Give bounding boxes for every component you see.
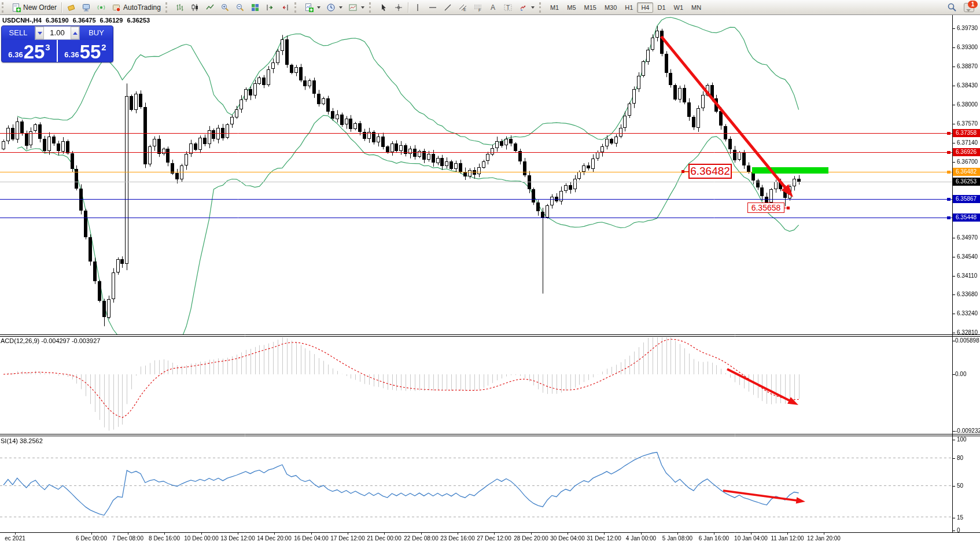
timeframe-button-w1[interactable]: W1	[670, 2, 688, 13]
timeframe-button-h4[interactable]: H4	[637, 2, 653, 13]
svg-text:A: A	[491, 3, 495, 12]
bar-chart-icon	[175, 3, 185, 12]
auto-scroll-icon	[266, 3, 275, 12]
arrows-icon	[518, 3, 528, 12]
new-order-icon	[12, 3, 21, 12]
fibonacci-icon: F	[473, 3, 482, 12]
quote-line: USDCNH-,H4 6.36190 6.36475 6.36129 6.362…	[2, 17, 152, 24]
text-label-button[interactable]: T	[500, 2, 515, 13]
add-indicator-icon	[304, 3, 314, 12]
volume-decrease-button[interactable]	[35, 27, 44, 39]
vertical-line-button[interactable]	[410, 2, 425, 13]
crosshair-icon	[394, 3, 403, 12]
chart-shift-button[interactable]	[278, 2, 293, 13]
zoom-in-icon	[220, 3, 230, 12]
zoom-out-button[interactable]	[233, 2, 248, 13]
terminal-button[interactable]	[79, 2, 94, 13]
buy-price[interactable]: 6.36 55 2	[58, 40, 113, 62]
autotrading-button[interactable]: AutoTrading	[109, 2, 164, 13]
volume-increase-button[interactable]	[71, 27, 79, 39]
trendline-button[interactable]	[440, 2, 455, 13]
one-click-trading-panel: SELL 1.00 BUY 6.36 25 3 6.36 55 2	[1, 25, 113, 62]
volume-spinner: 1.00	[35, 26, 80, 40]
mt4-window: New Order AutoTrading	[0, 0, 980, 545]
resistance-price-annotation[interactable]: 6.36482	[688, 164, 732, 179]
sell-price-sup: 3	[45, 42, 50, 52]
svg-text:T: T	[506, 4, 510, 10]
candlestick-icon	[190, 3, 200, 12]
svg-text:E: E	[463, 8, 466, 12]
macd-indicator-label: ACD(12,26,9) -0.004297 -0.003927	[1, 337, 100, 344]
autotrading-label: AutoTrading	[123, 3, 161, 12]
channel-button[interactable]: E	[455, 2, 470, 13]
template-icon	[348, 3, 358, 12]
search-icon[interactable]	[947, 2, 957, 12]
trendline-icon	[443, 3, 452, 12]
toolbar-grip[interactable]	[2, 2, 7, 13]
chart-bars-button[interactable]	[172, 2, 187, 13]
timeframe-button-m5[interactable]: M5	[563, 2, 580, 13]
templates-dropdown[interactable]	[345, 2, 367, 13]
timeframe-button-m1[interactable]: M1	[546, 2, 563, 13]
chart-line-button[interactable]	[202, 2, 218, 13]
periods-dropdown[interactable]	[323, 2, 345, 13]
fibonacci-button[interactable]: F	[470, 2, 485, 13]
timeframe-button-d1[interactable]: D1	[653, 2, 669, 13]
signal-icon	[97, 3, 106, 12]
chart-canvas[interactable]	[0, 0, 980, 545]
volume-input[interactable]: 1.00	[44, 27, 71, 39]
auto-scroll-button[interactable]	[263, 2, 278, 13]
buy-price-big: 55	[80, 42, 101, 61]
timeframe-button-m15[interactable]: M15	[580, 2, 600, 13]
signals-button[interactable]	[94, 2, 109, 13]
buy-price-small: 6.36	[64, 50, 79, 59]
timeframe-button-h1[interactable]: H1	[621, 2, 637, 13]
cursor-button[interactable]	[376, 2, 391, 13]
clock-icon	[326, 3, 336, 12]
text-button[interactable]: A	[485, 2, 500, 13]
gold-tag-icon	[67, 3, 76, 12]
crosshair-button[interactable]	[391, 2, 406, 13]
cursor-icon	[379, 3, 388, 12]
chevron-down-icon	[531, 6, 535, 9]
new-order-button[interactable]: New Order	[9, 2, 60, 13]
quote-low: 6.36129	[100, 17, 123, 24]
notifications-button[interactable]: 1	[964, 3, 974, 12]
horizontal-line-button[interactable]	[425, 2, 440, 13]
sell-price-big: 25	[24, 42, 45, 61]
quote-close: 6.36253	[127, 17, 150, 24]
chevron-down-icon	[317, 6, 320, 9]
sell-price[interactable]: 6.36 25 3	[2, 40, 58, 62]
rsi-indicator-label: SI(14) 38.2562	[1, 437, 43, 444]
equidistant-channel-icon: E	[458, 3, 467, 12]
chevron-down-icon	[361, 6, 364, 9]
line-chart-icon	[205, 3, 215, 12]
triangle-down-icon	[38, 32, 42, 35]
timeframe-button-m30[interactable]: M30	[600, 2, 621, 13]
add-indicator-dropdown[interactable]	[301, 2, 323, 13]
vertical-line-icon	[413, 3, 422, 12]
symbol-period: USDCNH-,H4	[2, 17, 42, 24]
timeframe-group: M1M5M15M30H1H4D1W1MN	[546, 2, 705, 13]
autotrading-icon	[112, 3, 121, 12]
zoom-in-button[interactable]	[218, 2, 233, 13]
arrows-dropdown[interactable]	[515, 2, 537, 13]
metaeditor-button[interactable]	[64, 2, 79, 13]
tile-windows-button[interactable]	[248, 2, 263, 13]
zoom-out-icon	[235, 3, 245, 12]
sell-button[interactable]: SELL	[2, 26, 35, 40]
support-price-annotation[interactable]: 6.35658	[747, 202, 784, 213]
timeframe-button-mn[interactable]: MN	[687, 2, 705, 13]
buy-button[interactable]: BUY	[80, 26, 113, 40]
chart-candles-button[interactable]	[187, 2, 202, 13]
chart-shift-icon	[281, 3, 290, 12]
quote-open: 6.36190	[46, 17, 69, 24]
triangle-up-icon	[73, 32, 78, 35]
tile-windows-icon	[250, 3, 260, 12]
computer-icon	[82, 3, 91, 12]
text-icon: A	[488, 3, 498, 12]
horizontal-line-icon	[428, 3, 437, 12]
toolbar: New Order AutoTrading	[0, 0, 980, 15]
notification-badge: 1	[968, 1, 978, 8]
new-order-label: New Order	[23, 3, 57, 12]
